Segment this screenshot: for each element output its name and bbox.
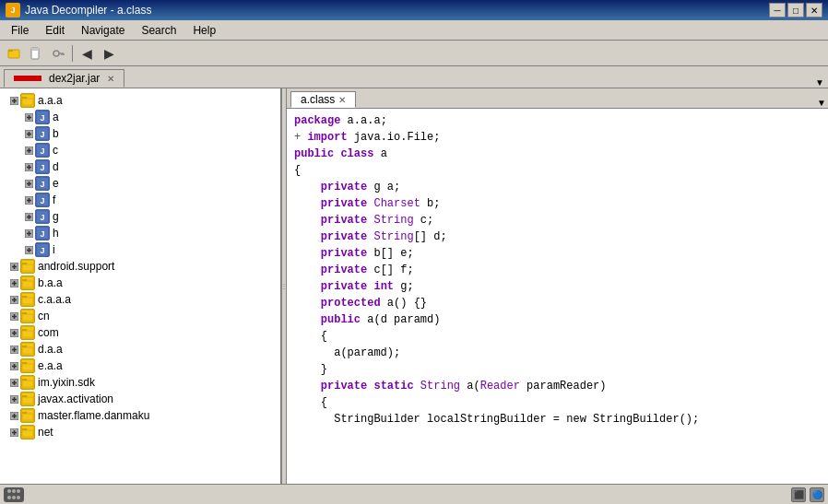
svg-rect-93 — [22, 346, 27, 347]
tree-expander[interactable] — [7, 293, 20, 306]
tree-item[interactable]: Jf — [0, 192, 280, 208]
svg-rect-105 — [22, 379, 27, 381]
tree-item[interactable]: Jg — [0, 208, 280, 225]
status-dot-5 — [12, 496, 16, 499]
menu-file[interactable]: File — [4, 22, 36, 39]
svg-text:J: J — [40, 130, 44, 139]
tree-expander[interactable] — [7, 393, 20, 405]
tree-item[interactable]: Ji — [0, 241, 280, 258]
tree-expander[interactable] — [22, 243, 35, 256]
tree-label: com — [38, 326, 59, 339]
tree-label: i — [53, 243, 55, 256]
package-icon — [20, 342, 35, 357]
minimize-button[interactable]: ─ — [769, 3, 786, 18]
tree-item[interactable]: im.yixin.sdk — [0, 374, 280, 391]
tree-item[interactable]: e.a.a — [0, 357, 280, 374]
tree-label: f — [53, 193, 55, 206]
tree-item[interactable]: d.a.a — [0, 341, 280, 357]
tree-label: c — [53, 144, 58, 157]
menu-navigate[interactable]: Navigate — [74, 22, 132, 39]
tree-item[interactable]: b.a.a — [0, 275, 280, 291]
svg-text:J: J — [40, 229, 44, 239]
tree-item[interactable]: c.a.a.a — [0, 291, 280, 308]
toolbar-open[interactable] — [4, 43, 24, 64]
maximize-button[interactable]: □ — [787, 3, 804, 18]
top-tab-dex2jar[interactable]: dex2jar.jar ✕ — [4, 69, 124, 88]
tree-expander[interactable] — [7, 94, 20, 107]
code-line: private c[] f; — [294, 262, 821, 278]
tree-expander[interactable] — [7, 359, 20, 372]
tree-item[interactable]: net — [0, 424, 280, 440]
top-tab-dropdown[interactable]: ▼ — [815, 77, 828, 88]
tree-expander[interactable] — [22, 127, 35, 140]
top-tab-strip: dex2jar.jar ✕ ▼ — [0, 66, 828, 88]
menu-search[interactable]: Search — [134, 22, 183, 39]
svg-rect-70 — [22, 281, 33, 287]
tree-label: a.a.a — [38, 94, 63, 107]
svg-rect-94 — [22, 347, 33, 354]
tree-expander[interactable] — [7, 260, 20, 273]
menu-edit[interactable]: Edit — [38, 22, 72, 39]
tree-expander[interactable] — [22, 160, 35, 173]
tree-item[interactable]: cn — [0, 308, 280, 324]
svg-rect-63 — [22, 263, 27, 264]
tree-expander[interactable] — [7, 326, 20, 339]
tree-expander[interactable] — [22, 227, 35, 240]
tree-item[interactable]: Jh — [0, 225, 280, 241]
code-line: StringBuilder localStringBuilder = new S… — [294, 411, 821, 428]
tree-item[interactable]: Jb — [0, 125, 280, 142]
svg-rect-106 — [22, 381, 33, 387]
tree-item[interactable]: com — [0, 324, 280, 341]
tree-expander[interactable] — [7, 426, 20, 439]
svg-rect-117 — [22, 412, 27, 414]
tree-item[interactable]: Je — [0, 175, 280, 192]
tree-expander[interactable] — [22, 177, 35, 190]
tree-item[interactable]: android.support — [0, 258, 280, 275]
tree-label: d.a.a — [38, 343, 63, 356]
svg-rect-76 — [22, 298, 33, 304]
class-icon: J — [35, 143, 50, 158]
tree-item[interactable]: master.flame.danmaku — [0, 407, 280, 424]
class-icon: J — [35, 110, 50, 124]
code-line: private String[] d; — [294, 229, 821, 245]
class-icon: J — [35, 126, 50, 141]
tree-expander[interactable] — [7, 376, 20, 389]
svg-rect-118 — [22, 414, 33, 420]
toolbar-nav-forward[interactable]: ▶ — [99, 43, 119, 64]
class-icon: J — [35, 159, 50, 174]
toolbar-key[interactable] — [48, 43, 68, 64]
svg-rect-64 — [22, 264, 33, 271]
code-line: private b[] e; — [294, 245, 821, 262]
menu-help[interactable]: Help — [185, 22, 223, 39]
tree-item[interactable]: Jc — [0, 142, 280, 158]
inner-tab-close[interactable]: ✕ — [338, 95, 346, 105]
package-icon — [20, 358, 35, 373]
tree-expander[interactable] — [22, 144, 35, 157]
code-line: public a(d paramd) — [294, 311, 821, 328]
tree-expander[interactable] — [22, 210, 35, 223]
tree-item[interactable]: javax.activation — [0, 391, 280, 407]
tree-label: net — [38, 426, 53, 439]
tree-expander[interactable] — [7, 343, 20, 356]
import-expand[interactable]: + — [294, 131, 307, 144]
svg-rect-111 — [22, 395, 27, 397]
tree-expander[interactable] — [7, 276, 20, 289]
tree-label: javax.activation — [38, 393, 113, 405]
tree-expander[interactable] — [22, 193, 35, 206]
close-button[interactable]: ✕ — [806, 3, 822, 18]
inner-tab-dropdown[interactable]: ▼ — [817, 98, 828, 108]
svg-point-4 — [53, 51, 59, 56]
svg-rect-100 — [22, 364, 33, 370]
tree-expander[interactable] — [22, 111, 35, 123]
top-tab-close[interactable]: ✕ — [107, 74, 114, 84]
tree-item[interactable]: Jd — [0, 158, 280, 175]
tree-expander[interactable] — [7, 310, 20, 322]
tree-expander[interactable] — [7, 409, 20, 422]
toolbar-back-file[interactable] — [26, 43, 46, 64]
toolbar-nav-back[interactable]: ◀ — [77, 43, 97, 64]
inner-tab-aclass[interactable]: a.class ✕ — [290, 91, 356, 108]
tree-item[interactable]: a.a.a — [0, 92, 280, 109]
window-controls[interactable]: ─ □ ✕ — [769, 3, 822, 18]
tree-item[interactable]: Ja — [0, 109, 280, 125]
code-area: package a.a.a;+ import java.io.File;publ… — [287, 109, 828, 484]
